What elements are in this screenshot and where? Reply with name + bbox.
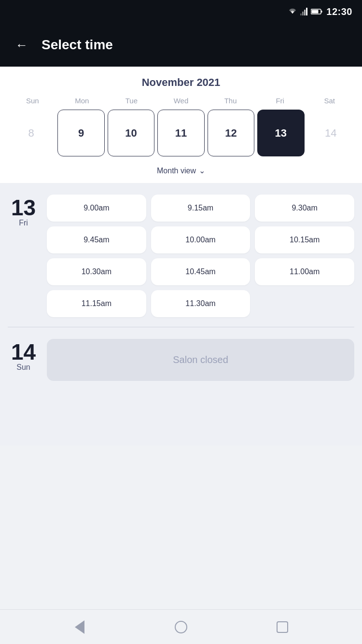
day-block-14: 14 Sun Salon closed: [8, 339, 354, 381]
time-slot-1115am[interactable]: 11.15am: [47, 290, 146, 317]
weekdays-row: Sun Mon Tue Wed Thu Fri Sat: [8, 97, 354, 105]
month-view-button[interactable]: Month view ⌄: [8, 162, 354, 179]
weekday-sat: Sat: [305, 97, 354, 105]
weekday-wed: Wed: [156, 97, 206, 105]
day-name-13: Fri: [19, 219, 28, 227]
day-divider: [8, 327, 354, 327]
page-title: Select time: [42, 37, 113, 53]
recents-nav-button[interactable]: [272, 616, 293, 638]
time-slot-900am[interactable]: 9.00am: [47, 195, 146, 222]
date-11[interactable]: 11: [157, 110, 204, 156]
time-slot-1000am[interactable]: 10.00am: [151, 226, 251, 253]
weekday-mon: Mon: [57, 97, 107, 105]
chevron-down-icon: ⌄: [199, 166, 205, 175]
date-9[interactable]: 9: [57, 110, 104, 156]
month-year-label: November 2021: [8, 76, 354, 89]
svg-rect-3: [306, 8, 307, 15]
day-label-14: 14 Sun: [8, 339, 39, 372]
calendar-section: November 2021 Sun Mon Tue Wed Thu Fri Sa…: [0, 67, 362, 183]
home-nav-icon: [175, 621, 187, 633]
month-view-label: Month view: [157, 167, 196, 175]
svg-rect-2: [304, 10, 306, 15]
svg-rect-5: [321, 11, 322, 13]
weekday-tue: Tue: [107, 97, 156, 105]
time-slots-grid-13: 9.00am 9.15am 9.30am 9.45am 10.00am 10.1…: [47, 195, 354, 317]
wifi-icon: [288, 8, 297, 15]
date-14[interactable]: 14: [307, 110, 354, 156]
time-slot-945am[interactable]: 9.45am: [47, 226, 146, 253]
day-number-14: 14: [11, 341, 36, 363]
time-slot-1045am[interactable]: 10.45am: [151, 258, 251, 285]
time-slot-1130am[interactable]: 11.30am: [151, 290, 251, 317]
weekday-sun: Sun: [8, 97, 57, 105]
status-bar: 12:30: [0, 0, 362, 23]
back-button[interactable]: ←: [12, 36, 32, 55]
svg-rect-0: [300, 14, 302, 15]
day-name-14: Sun: [16, 363, 30, 372]
battery-icon: [311, 8, 322, 15]
date-8[interactable]: 8: [8, 110, 55, 156]
date-13[interactable]: 13: [257, 110, 304, 156]
time-slot-930am[interactable]: 9.30am: [255, 195, 354, 222]
dates-row: 8 9 10 11 12 13 14: [8, 110, 354, 156]
time-slot-1015am[interactable]: 10.15am: [255, 226, 354, 253]
date-12[interactable]: 12: [208, 110, 254, 156]
recents-nav-icon: [277, 621, 288, 633]
back-nav-icon: [75, 620, 84, 634]
weekday-fri: Fri: [255, 97, 305, 105]
time-slot-1100am[interactable]: 11.00am: [255, 258, 354, 285]
salon-closed-banner: Salon closed: [47, 339, 354, 381]
bottom-navigation: [0, 609, 362, 644]
day-label-13: 13 Fri: [8, 195, 39, 317]
day-number-13: 13: [11, 196, 36, 219]
day-block-13: 13 Fri 9.00am 9.15am 9.30am 9.45am 10.00…: [8, 195, 354, 317]
svg-rect-6: [312, 10, 319, 14]
date-10[interactable]: 10: [108, 110, 154, 156]
back-nav-button[interactable]: [69, 616, 90, 638]
home-nav-button[interactable]: [170, 616, 192, 638]
header: ← Select time: [0, 23, 362, 67]
salon-closed-label: Salon closed: [173, 354, 228, 365]
time-slot-1030am[interactable]: 10.30am: [47, 258, 146, 285]
time-section: 13 Fri 9.00am 9.15am 9.30am 9.45am 10.00…: [0, 183, 362, 446]
svg-rect-1: [302, 12, 304, 15]
signal-icon: [300, 8, 308, 15]
weekday-thu: Thu: [206, 97, 255, 105]
time-slot-915am[interactable]: 9.15am: [151, 195, 251, 222]
status-time: 12:30: [326, 6, 352, 17]
status-icons: [288, 8, 322, 15]
